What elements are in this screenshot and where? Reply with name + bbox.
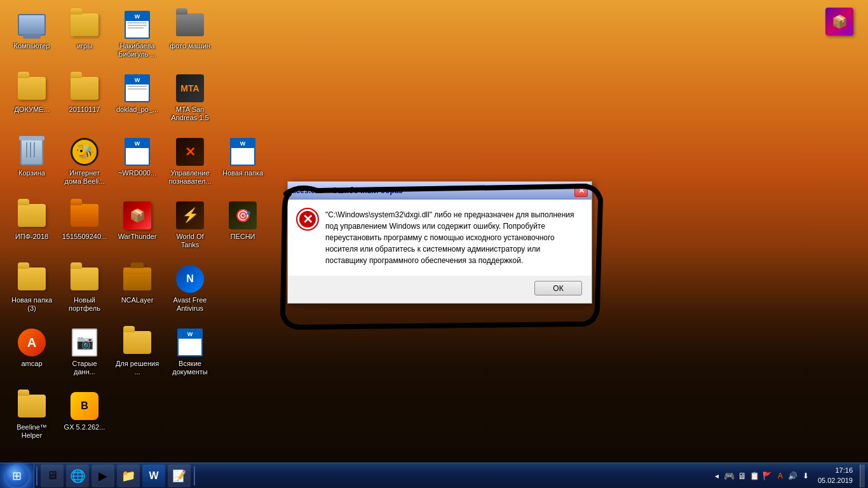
taskbar-explorer-btn[interactable]: 📁	[117, 464, 140, 487]
icon-label-nakibaeva: Накибаева Бибигуль ...	[115, 42, 159, 58]
show-desktop-button[interactable]	[860, 464, 865, 487]
tray-volume-icon[interactable]: 🔊	[788, 471, 798, 481]
ok-button[interactable]: ОК	[534, 281, 582, 295]
icon-label-avast: amcap	[21, 360, 42, 368]
icon-label-num: WarThunder	[118, 233, 157, 241]
dialog-title: aces.exe – Ошибочный образ	[292, 186, 403, 195]
error-dialog: aces.exe – Ошибочный образ ✕ ✕ "C:\Windo…	[287, 181, 592, 304]
desktop-icon-vsedok[interactable]: Beeline™ Helper	[6, 388, 57, 443]
desktop-icon-pesni[interactable]: Новая папка (3)	[6, 261, 57, 316]
icon-label-internet: Интернет дома Beeli...	[62, 169, 107, 186]
taskbar-divider2	[194, 466, 195, 485]
tray-network-icon[interactable]: 🖥	[737, 471, 747, 481]
desktop-icon-foto[interactable]: фото машин	[165, 6, 215, 53]
start-button[interactable]	[0, 463, 34, 489]
desktop-icon-docs[interactable]: ДОКУМЕ...	[6, 70, 57, 117]
desktop: Компьютер игры W Накибаева Бибигуль ...	[0, 0, 868, 488]
taskbar-browser-btn[interactable]: 🌐	[66, 464, 89, 487]
desktop-icon-warthunder[interactable]: ⚡ World Of Tanks	[165, 197, 215, 252]
icon-label-trash: Корзина	[18, 169, 45, 177]
desktop-icon-ipf[interactable]: 1515509240...	[59, 197, 110, 244]
icon-label-crossout: Управление познавател...	[168, 169, 212, 186]
icon-label-wrd: ~WRD000...	[118, 169, 156, 177]
tray-clipboard-icon[interactable]: 📋	[750, 471, 760, 481]
tray-antivirus-icon[interactable]: A	[775, 471, 785, 481]
tray-arrow-icon[interactable]: ◂	[712, 471, 722, 481]
dialog-close-button[interactable]: ✕	[574, 184, 588, 197]
tray-battery-icon[interactable]: ⬇	[801, 471, 811, 481]
icon-label-beeline: GX 5.2.262...	[64, 423, 105, 431]
desktop-icon-amcap[interactable]: 📷 Старые данн...	[59, 324, 110, 379]
dialog-content: ✕ "C:\Windows\system32\dxgi.dll" либо не…	[288, 200, 592, 276]
icon-label-wot: ПЕСНИ	[230, 233, 255, 241]
icon-label-ipf: 1515509240...	[62, 233, 107, 241]
desktop-icon-avast[interactable]: A amcap	[6, 324, 57, 371]
desktop-icon-uprav[interactable]: W Новая папка	[217, 133, 268, 180]
icon-label-docs: ДОКУМЕ...	[14, 105, 49, 114]
desktop-icon-dlya[interactable]: W Всякие документы	[165, 324, 215, 379]
dialog-titlebar: aces.exe – Ошибочный образ ✕	[288, 182, 592, 200]
icon-label-igry: игры	[77, 42, 92, 50]
desktop-icon-mta[interactable]: MTA MTA San Andreas 1.5	[165, 70, 215, 125]
taskbar-divider	[36, 466, 37, 485]
system-tray: ◂ 🎮 🖥 📋 🚩 A 🔊 ⬇ 17:16 05.02.2019	[712, 464, 868, 487]
taskbar: 🖥 🌐 ▶ 📁 W 📝 ◂ 🎮 🖥 📋 🚩 A 🔊 ⬇ 17:16 05.	[0, 463, 868, 488]
dialog-message: "C:\Windows\system32\dxgi.dll" либо не п…	[325, 209, 582, 266]
desktop-icon-num[interactable]: 📦 WarThunder	[112, 197, 163, 244]
desktop-icon-wrd[interactable]: W ~WRD000...	[112, 133, 163, 180]
icon-label-pesni: Новая папка (3)	[10, 296, 54, 313]
desktop-icon-doklad[interactable]: W doklad_po_...	[112, 70, 163, 117]
icon-label-new-folder: ИПФ-2018	[15, 233, 48, 241]
desktop-icon-new3[interactable]: Новый портфель	[59, 261, 110, 316]
dialog-footer: ОК	[288, 276, 592, 303]
desktop-icon-portfel[interactable]: NCALayer	[112, 261, 163, 308]
desktop-icon-y2011[interactable]: 20110117	[59, 70, 110, 117]
desktop-icon-igry[interactable]: игры	[59, 6, 110, 53]
desktop-icon-crossout[interactable]: ✕ Управление познавател...	[165, 133, 215, 189]
icon-label-vsedok: Beeline™ Helper	[10, 423, 54, 440]
clock-date: 05.02.2019	[818, 477, 853, 484]
clock-time: 17:16	[835, 466, 853, 474]
icon-label-y2011: 20110117	[69, 105, 100, 114]
desktop-icon-computer[interactable]: Компьютер	[6, 6, 57, 53]
icon-label-starie: Для решения ...	[115, 360, 159, 376]
desktop-icon-internet[interactable]: 🐝 Интернет дома Beeli...	[59, 133, 110, 189]
icon-label-amcap: Старые данн...	[62, 360, 107, 376]
taskbar-show-desktop[interactable]: 🖥	[41, 464, 64, 487]
icon-label-doklad: doklad_po_...	[116, 105, 158, 114]
icon-label-new3: Новый портфель	[62, 296, 107, 313]
desktop-icon-trash[interactable]: Корзина	[6, 133, 57, 180]
desktop-icon-nakibaeva[interactable]: W Накибаева Бибигуль ...	[112, 6, 163, 62]
start-orb-icon	[6, 464, 29, 487]
icon-label-mta: MTA San Andreas 1.5	[168, 105, 212, 122]
icon-label-foto: фото машин	[170, 42, 210, 50]
tray-steam-icon[interactable]: 🎮	[724, 471, 735, 481]
desktop-icon-ncalayer[interactable]: N Avast Free Antivirus	[165, 261, 215, 316]
taskbar-media-btn[interactable]: ▶	[92, 464, 114, 487]
taskbar-notepad-btn[interactable]: 📝	[168, 464, 191, 487]
tray-flag-icon[interactable]: 🚩	[763, 471, 773, 481]
icon-label-computer: Компьютер	[14, 42, 50, 50]
desktop-icon-new-folder[interactable]: ИПФ-2018	[6, 197, 57, 244]
icon-label-ncalayer: Avast Free Antivirus	[168, 296, 212, 313]
desktop-icons-area: Компьютер игры W Накибаева Бибигуль ...	[3, 3, 270, 461]
tray-icons: ◂ 🎮 🖥 📋 🚩 A 🔊 ⬇	[712, 471, 811, 481]
dialog-error-icon: ✕	[297, 209, 318, 229]
desktop-icon-beeline[interactable]: B GX 5.2.262...	[59, 388, 110, 435]
desktop-icon-starie[interactable]: Для решения ...	[112, 324, 163, 379]
taskbar-clock[interactable]: 17:16 05.02.2019	[813, 466, 858, 485]
icon-label-warthunder: World Of Tanks	[168, 233, 212, 249]
icon-label-uprav: Новая папка	[222, 169, 263, 177]
desktop-icon-gx[interactable]: 📦	[814, 3, 865, 42]
icon-label-portfel: NCALayer	[121, 296, 154, 304]
desktop-icon-wot[interactable]: 🎯 ПЕСНИ	[217, 197, 268, 244]
icon-label-dlya: Всякие документы	[168, 360, 212, 376]
taskbar-word-btn[interactable]: W	[142, 464, 165, 487]
